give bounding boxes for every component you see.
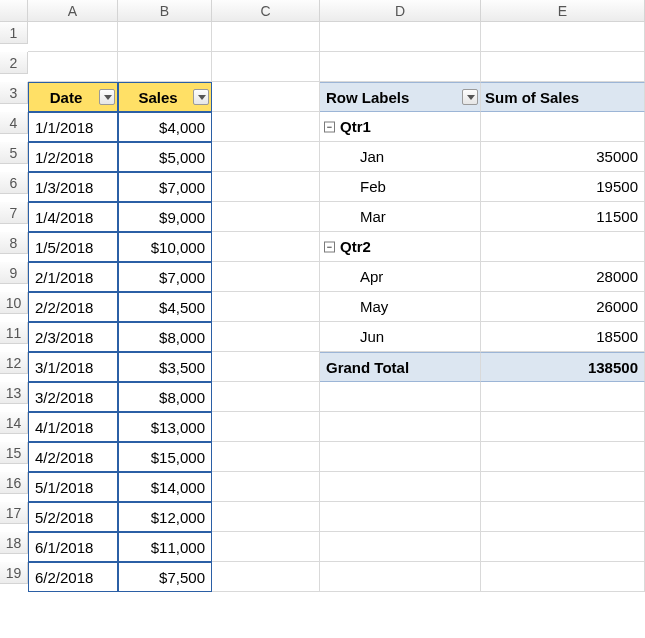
col-header-E[interactable]: E bbox=[481, 0, 645, 22]
table-row[interactable]: $15,000 bbox=[118, 442, 212, 472]
pivot-item[interactable]: Jan bbox=[320, 142, 481, 172]
row-header-15[interactable]: 15 bbox=[0, 442, 28, 464]
row-header-17[interactable]: 17 bbox=[0, 502, 28, 524]
cell-C8[interactable] bbox=[212, 232, 320, 262]
pivot-item[interactable]: Mar bbox=[320, 202, 481, 232]
cell-C1[interactable] bbox=[212, 22, 320, 52]
table-row[interactable]: 4/2/2018 bbox=[28, 442, 118, 472]
cell-C5[interactable] bbox=[212, 142, 320, 172]
table-row[interactable]: 2/2/2018 bbox=[28, 292, 118, 322]
table-header-sales[interactable]: Sales bbox=[118, 82, 212, 112]
row-header-7[interactable]: 7 bbox=[0, 202, 28, 224]
table-row[interactable]: $7,000 bbox=[118, 172, 212, 202]
pivot-group[interactable]: − Qtr1 bbox=[320, 112, 481, 142]
cell-E14[interactable] bbox=[481, 412, 645, 442]
cell-E1[interactable] bbox=[481, 22, 645, 52]
cell-D18[interactable] bbox=[320, 532, 481, 562]
cell-C6[interactable] bbox=[212, 172, 320, 202]
collapse-icon[interactable]: − bbox=[324, 121, 335, 132]
table-row[interactable]: 6/2/2018 bbox=[28, 562, 118, 592]
cell-E19[interactable] bbox=[481, 562, 645, 592]
select-all-corner[interactable] bbox=[0, 0, 28, 22]
table-row[interactable]: 1/2/2018 bbox=[28, 142, 118, 172]
pivot-item[interactable]: May bbox=[320, 292, 481, 322]
table-row[interactable]: $3,500 bbox=[118, 352, 212, 382]
pivot-header-rowlabels[interactable]: Row Labels bbox=[320, 82, 481, 112]
table-row[interactable]: $14,000 bbox=[118, 472, 212, 502]
spreadsheet-grid[interactable]: A B C D E 1 How to Create a Pie Chart fr… bbox=[0, 0, 645, 592]
cell-E8[interactable] bbox=[481, 232, 645, 262]
cell-C7[interactable] bbox=[212, 202, 320, 232]
cell-D1[interactable] bbox=[320, 22, 481, 52]
cell-E16[interactable] bbox=[481, 472, 645, 502]
col-header-B[interactable]: B bbox=[118, 0, 212, 22]
cell-C10[interactable] bbox=[212, 292, 320, 322]
pivot-value[interactable]: 35000 bbox=[481, 142, 645, 172]
row-header-1[interactable]: 1 bbox=[0, 22, 28, 44]
pivot-group[interactable]: − Qtr2 bbox=[320, 232, 481, 262]
row-header-4[interactable]: 4 bbox=[0, 112, 28, 134]
pivot-value[interactable]: 19500 bbox=[481, 172, 645, 202]
row-header-6[interactable]: 6 bbox=[0, 172, 28, 194]
pivot-value[interactable]: 18500 bbox=[481, 322, 645, 352]
cell-C13[interactable] bbox=[212, 382, 320, 412]
cell-C2[interactable] bbox=[212, 52, 320, 82]
table-row[interactable]: $8,000 bbox=[118, 322, 212, 352]
row-header-5[interactable]: 5 bbox=[0, 142, 28, 164]
cell-C19[interactable] bbox=[212, 562, 320, 592]
pivot-item[interactable]: Feb bbox=[320, 172, 481, 202]
pivot-item[interactable]: Apr bbox=[320, 262, 481, 292]
table-row[interactable]: $12,000 bbox=[118, 502, 212, 532]
cell-C18[interactable] bbox=[212, 532, 320, 562]
pivot-value[interactable]: 11500 bbox=[481, 202, 645, 232]
table-row[interactable]: 3/2/2018 bbox=[28, 382, 118, 412]
cell-C4[interactable] bbox=[212, 112, 320, 142]
table-row[interactable]: 1/4/2018 bbox=[28, 202, 118, 232]
cell-E13[interactable] bbox=[481, 382, 645, 412]
cell-C11[interactable] bbox=[212, 322, 320, 352]
table-row[interactable]: $7,500 bbox=[118, 562, 212, 592]
cell-C16[interactable] bbox=[212, 472, 320, 502]
cell-D16[interactable] bbox=[320, 472, 481, 502]
table-row[interactable]: $11,000 bbox=[118, 532, 212, 562]
table-row[interactable]: 2/3/2018 bbox=[28, 322, 118, 352]
cell-C9[interactable] bbox=[212, 262, 320, 292]
table-row[interactable]: 3/1/2018 bbox=[28, 352, 118, 382]
table-row[interactable]: $10,000 bbox=[118, 232, 212, 262]
col-header-D[interactable]: D bbox=[320, 0, 481, 22]
cell-E18[interactable] bbox=[481, 532, 645, 562]
table-header-date[interactable]: Date bbox=[28, 82, 118, 112]
row-header-19[interactable]: 19 bbox=[0, 562, 28, 584]
filter-dropdown-icon[interactable] bbox=[462, 89, 478, 105]
cell-D15[interactable] bbox=[320, 442, 481, 472]
row-header-13[interactable]: 13 bbox=[0, 382, 28, 404]
table-row[interactable]: 5/1/2018 bbox=[28, 472, 118, 502]
cell-E15[interactable] bbox=[481, 442, 645, 472]
row-header-9[interactable]: 9 bbox=[0, 262, 28, 284]
row-header-10[interactable]: 10 bbox=[0, 292, 28, 314]
cell-E2[interactable] bbox=[481, 52, 645, 82]
pivot-grand-total-label[interactable]: Grand Total bbox=[320, 352, 481, 382]
cell-D17[interactable] bbox=[320, 502, 481, 532]
cell-C12[interactable] bbox=[212, 352, 320, 382]
row-header-3[interactable]: 3 bbox=[0, 82, 28, 104]
cell-D2[interactable] bbox=[320, 52, 481, 82]
table-row[interactable]: $9,000 bbox=[118, 202, 212, 232]
table-row[interactable]: 5/2/2018 bbox=[28, 502, 118, 532]
table-row[interactable]: $13,000 bbox=[118, 412, 212, 442]
col-header-A[interactable]: A bbox=[28, 0, 118, 22]
table-row[interactable]: 1/1/2018 bbox=[28, 112, 118, 142]
cell-C15[interactable] bbox=[212, 442, 320, 472]
pivot-item[interactable]: Jun bbox=[320, 322, 481, 352]
pivot-header-sum[interactable]: Sum of Sales bbox=[481, 82, 645, 112]
pivot-value[interactable]: 28000 bbox=[481, 262, 645, 292]
cell-D13[interactable] bbox=[320, 382, 481, 412]
collapse-icon[interactable]: − bbox=[324, 241, 335, 252]
cell-E17[interactable] bbox=[481, 502, 645, 532]
row-header-2[interactable]: 2 bbox=[0, 52, 28, 74]
table-row[interactable]: $4,000 bbox=[118, 112, 212, 142]
cell-C14[interactable] bbox=[212, 412, 320, 442]
cell-D14[interactable] bbox=[320, 412, 481, 442]
row-header-14[interactable]: 14 bbox=[0, 412, 28, 434]
cell-D19[interactable] bbox=[320, 562, 481, 592]
